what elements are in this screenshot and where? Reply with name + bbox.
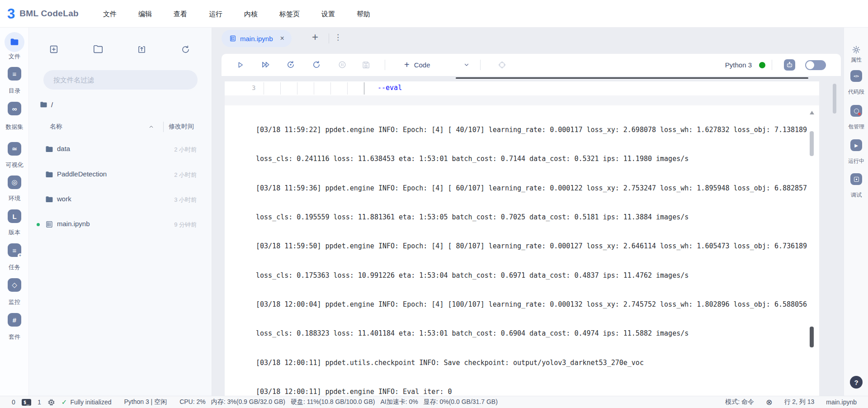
sidebar-item-version[interactable]: L 版本	[0, 209, 29, 223]
sidebar-label: 文件	[0, 52, 29, 61]
chevron-down-icon	[463, 62, 470, 68]
shield-x-icon[interactable]: ⊗	[766, 398, 772, 407]
file-modified-time: 2 小时前	[174, 171, 197, 179]
run-all-button[interactable]	[259, 58, 272, 71]
output-scrollbar-thumb[interactable]	[810, 131, 814, 156]
sidebar-label: 环境	[0, 195, 29, 203]
assistant-robot-button[interactable]	[784, 59, 795, 71]
run-cell-button[interactable]	[234, 58, 246, 71]
grid-icon: #	[8, 313, 21, 327]
sidebar-item-dataset[interactable]: ∞ 数据集	[0, 102, 29, 115]
panel-item-packages[interactable]: 包管理	[844, 105, 868, 131]
sidebar-item-tasks[interactable]: ≡+ 任务	[0, 243, 29, 257]
filename-filter-input[interactable]	[43, 70, 198, 90]
memory-usage: 内存: 3%(0.9 GB/32.0 GB)	[211, 398, 285, 406]
restart-and-run-button[interactable]	[284, 58, 297, 71]
file-row-work[interactable]: work 3 小时前	[29, 187, 212, 212]
add-code-cell-button[interactable]: + Code	[404, 54, 430, 76]
code-cell-editor[interactable]: 3 --eval	[225, 81, 819, 95]
restart-kernel-button[interactable]	[310, 58, 323, 71]
scrollbar-up-arrow[interactable]	[810, 111, 814, 114]
panel-label: 代码段	[844, 88, 868, 96]
sidebar-item-suite[interactable]: # 套件	[0, 313, 29, 327]
cell-output-area[interactable]: [03/18 11:59:22] ppdet.engine INFO: Epoc…	[225, 105, 819, 396]
refresh-files-button[interactable]	[177, 41, 193, 57]
restart-icon	[312, 60, 321, 69]
panel-item-running[interactable]: ▶ 运行中	[844, 139, 868, 165]
help-button[interactable]: ?	[850, 376, 863, 389]
close-tab-icon[interactable]: ×	[280, 34, 284, 43]
cursor-position[interactable]: 行 2, 列 13	[784, 398, 814, 406]
dataset-icon: ∞	[8, 102, 21, 115]
run-icon	[236, 61, 245, 69]
cell-type-dropdown[interactable]	[460, 58, 473, 71]
file-row-paddledetection[interactable]: PaddleDetection 2 小时前	[29, 162, 212, 187]
log-line: [03/18 11:59:50] ppdet.engine INFO: Epoc…	[256, 242, 807, 251]
panel-label: 运行中	[844, 157, 868, 165]
sidebar-item-files[interactable]: 文件	[0, 32, 29, 52]
menu-help[interactable]: 帮助	[346, 0, 381, 28]
sidebar-item-monitor[interactable]: ◇ 监控	[0, 278, 29, 292]
panel-item-properties[interactable]: 属性	[844, 45, 868, 64]
editor-mode[interactable]: 模式: 命令	[725, 398, 754, 406]
menu-file[interactable]: 文件	[92, 0, 127, 28]
sort-caret-icon[interactable]	[148, 124, 154, 130]
focus-mode-button[interactable]	[495, 58, 508, 71]
cell-gap	[225, 95, 819, 105]
new-folder-button[interactable]	[90, 41, 106, 57]
log-line: loss_cls: 0.195559 loss: 11.881361 eta: …	[256, 213, 807, 222]
folder-outline-icon	[93, 44, 103, 54]
plus-square-icon	[49, 44, 59, 54]
app-title: BML CodeLab	[19, 9, 79, 19]
package-manager-icon	[850, 105, 862, 117]
save-button[interactable]	[359, 58, 372, 71]
menu-kernel[interactable]: 内核	[233, 0, 269, 28]
kernel-state[interactable]: Python 3 | 空闲	[124, 398, 167, 406]
mode-toggle-switch[interactable]	[805, 60, 826, 70]
notebook-scrollbar-thumb[interactable]	[833, 84, 836, 114]
upload-button[interactable]	[133, 41, 150, 57]
sidebar-label: 数据集	[0, 123, 29, 131]
cell-type-label: Code	[414, 61, 430, 69]
code-text: --eval	[377, 84, 402, 92]
menu-edit[interactable]: 编辑	[127, 0, 163, 28]
log-line: [03/18 11:59:36] ppdet.engine INFO: Epoc…	[256, 184, 807, 193]
sidebar-item-catalog[interactable]: ≡ 目录	[0, 67, 29, 81]
list-icon: ≡	[8, 67, 21, 81]
output-scrollbar-thumb-dark[interactable]	[810, 327, 814, 347]
interrupt-kernel-button[interactable]	[336, 58, 349, 71]
status-bar: 0 $_ 1 ✓ Fully initialized Python 3 | 空闲…	[0, 396, 868, 408]
tab-main-ipynb[interactable]: main.ipynb ×	[222, 30, 292, 47]
log-line: [03/18 11:59:22] ppdet.engine INFO: Epoc…	[256, 125, 807, 135]
menu-list: 文件 编辑 查看 运行 内核 标签页 设置 帮助	[92, 0, 381, 28]
cpu-usage: CPU: 2%	[179, 398, 206, 406]
kebab-menu-icon[interactable]: ⋮	[334, 33, 342, 42]
file-row-main-ipynb[interactable]: main.ipynb 9 分钟前	[29, 212, 212, 237]
indent-guide	[314, 82, 314, 95]
panel-item-snippets[interactable]: </> 代码段	[844, 70, 868, 96]
sidebar-item-visualization[interactable]: ≃ 可视化	[0, 142, 29, 156]
menu-run[interactable]: 运行	[198, 0, 233, 28]
column-name[interactable]: 名称	[50, 123, 62, 131]
chip-icon[interactable]	[47, 399, 55, 406]
status-right: 模式: 命令 ⊗ 行 2, 列 13 main.ipynb	[725, 398, 857, 407]
new-notebook-button[interactable]	[46, 41, 62, 57]
tabbar-divider	[329, 33, 329, 43]
active-filename: main.ipynb	[826, 399, 857, 406]
horizontal-scrollbar-thumb[interactable]	[456, 77, 808, 79]
log-line: loss_cls: 0.241116 loss: 11.638453 eta: …	[256, 154, 807, 164]
column-modified[interactable]: 修改时间	[169, 123, 194, 131]
save-icon	[362, 61, 370, 69]
menu-tabs[interactable]: 标签页	[269, 0, 311, 28]
panel-item-debug[interactable]: 调试	[844, 173, 868, 199]
toolbar-divider	[772, 60, 772, 70]
file-browser-panel: / 名称 修改时间 data 2 小时前 PaddleDetection 2 小…	[29, 28, 212, 396]
terminal-icon[interactable]: $_	[22, 399, 31, 406]
sidebar-item-environment[interactable]: ◎ 环境	[0, 176, 29, 189]
file-row-data[interactable]: data 2 小时前	[29, 137, 212, 161]
kernel-name[interactable]: Python 3	[725, 61, 752, 69]
new-tab-button[interactable]: +	[312, 31, 318, 43]
menu-view[interactable]: 查看	[163, 0, 198, 28]
menu-settings[interactable]: 设置	[311, 0, 346, 28]
breadcrumb[interactable]: /	[40, 101, 53, 109]
